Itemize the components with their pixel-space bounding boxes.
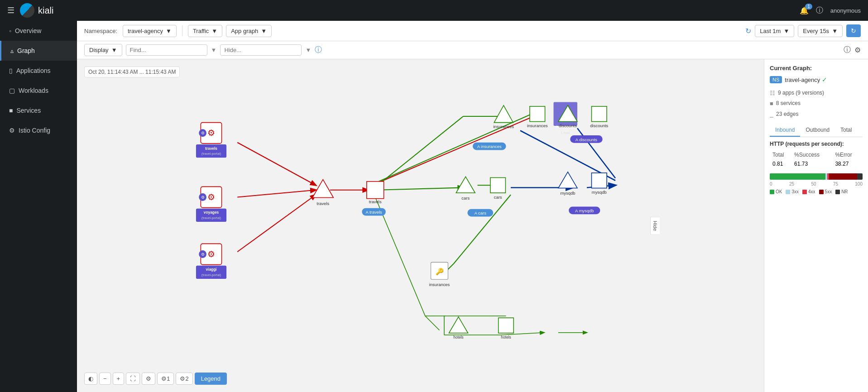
svg-text:discounts: discounts — [590, 123, 608, 128]
svg-text:⚙: ⚙ — [201, 130, 205, 135]
legend-nr-dot — [835, 190, 840, 194]
kiali-logo-text: kiali — [38, 5, 53, 16]
sidebar-item-workloads[interactable]: ▢ Workloads — [0, 81, 77, 100]
fit-btn[interactable]: ⛶ — [126, 373, 140, 385]
bar-ok — [770, 173, 825, 180]
primary-toolbar: Namespace: travel-agency ▼ Traffic ▼ App… — [77, 21, 868, 41]
legend-button[interactable]: Legend — [195, 373, 227, 385]
svg-rect-70 — [490, 177, 506, 193]
svg-text:mysqdb: mysqdb — [560, 191, 575, 196]
zoom-in-btn[interactable]: − — [99, 373, 111, 385]
graph-canvas[interactable]: Oct 20, 11:14:43 AM ... 11:15:43 AM — [77, 59, 764, 392]
http-col-total: Total — [771, 151, 791, 159]
svg-text:voyages: voyages — [204, 210, 219, 215]
find-input[interactable] — [126, 44, 207, 56]
compass-btn[interactable]: ◐ — [84, 373, 97, 385]
legend-4xx-dot — [802, 190, 807, 194]
layout-1-btn[interactable]: ⚙1 — [157, 373, 174, 385]
settings-icon[interactable]: ⚙ — [854, 45, 861, 55]
chevron-down-icon-7: ▼ — [211, 47, 217, 53]
chevron-down-icon-2: ▼ — [211, 28, 217, 34]
kiali-logo-icon — [20, 3, 34, 18]
sidebar-workloads-label: Workloads — [19, 87, 48, 94]
sidebar-graph-label: Graph — [17, 47, 35, 54]
sidebar-item-overview[interactable]: ◦ Overview — [0, 21, 77, 41]
help-icon[interactable]: ⓘ — [816, 6, 823, 15]
svg-text:(travel-portal): (travel-portal) — [201, 273, 221, 277]
namespace-label: Namespace: — [84, 28, 117, 34]
chevron-down-icon-4: ▼ — [783, 28, 789, 34]
stat-services: 8 services — [776, 99, 801, 109]
sidebar-item-istio-config[interactable]: ⚙ Istio Config — [0, 120, 77, 140]
refresh-button[interactable]: ↻ — [846, 24, 861, 37]
svg-text:⚙: ⚙ — [207, 192, 215, 202]
svg-text:mysqdb: mysqdb — [592, 190, 607, 195]
svg-text:🔑: 🔑 — [436, 268, 444, 276]
traffic-dropdown[interactable]: Traffic ▼ — [188, 25, 222, 37]
sidebar-item-services[interactable]: ■ Services — [0, 100, 77, 120]
graph-svg: ⚙ travels (travel-portal) ⚙ ⚙ voyages (t… — [77, 59, 764, 392]
layout-btn[interactable]: ⚙ — [142, 373, 155, 385]
bar-track — [770, 173, 863, 180]
toolbar2-right: ⓘ ⚙ — [844, 45, 861, 55]
user-name: anonymous — [830, 7, 861, 14]
svg-text:cars: cars — [461, 196, 470, 201]
svg-text:travels: travels — [369, 199, 382, 204]
sidebar-applications-label: Applications — [16, 67, 51, 74]
namespace-dropdown[interactable]: travel-agency ▼ — [123, 25, 177, 37]
secondary-toolbar: Display ▼ ▼ ▼ ⓘ ⓘ ⚙ — [77, 41, 868, 59]
refresh-interval-label: Every 15s — [803, 28, 829, 34]
time-range-dropdown[interactable]: Last 1m ▼ — [755, 25, 794, 37]
graph-icon: ▵ — [10, 47, 14, 54]
svg-text:insurances: insurances — [429, 282, 450, 287]
top-navigation: ☰ kiali 🔔 1 ⓘ anonymous — [0, 0, 868, 21]
panel-title: Current Graph: — [770, 65, 863, 72]
right-panel: Current Graph: NS travel-agency ✓ ☷ 9 ap… — [764, 59, 868, 392]
ns-name: travel-agency — [785, 76, 820, 83]
legend-nr: NR — [835, 189, 848, 194]
clock-icon: ↻ — [745, 27, 751, 35]
workloads-icon: ▢ — [9, 87, 15, 94]
graph-area: Oct 20, 11:14:43 AM ... 11:15:43 AM — [77, 59, 868, 392]
apps-icon: ☷ — [770, 88, 775, 98]
svg-text:A cars: A cars — [475, 210, 487, 215]
kiali-logo: kiali — [20, 3, 53, 18]
svg-text:A mysqdb: A mysqdb — [575, 208, 594, 213]
hamburger-icon[interactable]: ☰ — [7, 5, 14, 15]
svg-text:⚙: ⚙ — [201, 252, 205, 257]
hide-input[interactable] — [220, 44, 302, 56]
svg-text:hotels: hotels — [453, 335, 463, 339]
layout-1-badge: 1 — [167, 375, 170, 382]
notification-bell[interactable]: 🔔 1 — [800, 6, 809, 15]
svg-rect-48 — [367, 182, 384, 199]
tab-total[interactable]: Total — [835, 124, 857, 137]
chevron-down-icon: ▼ — [166, 28, 172, 34]
tab-inbound[interactable]: Inbound — [770, 124, 800, 137]
applications-icon: ▯ — [9, 67, 13, 74]
tab-outbound[interactable]: Outbound — [800, 124, 835, 137]
layout-2-btn[interactable]: ⚙2 — [176, 373, 192, 385]
display-dropdown[interactable]: Display ▼ — [84, 44, 122, 56]
toolbar-separator — [182, 25, 182, 36]
svg-text:insurances: insurances — [527, 123, 548, 128]
graph-stats: ☷ 9 apps (9 versions) ■ 8 services ⎯ 23 … — [770, 88, 863, 120]
notification-badge: 1 — [805, 4, 812, 10]
hide-panel-button[interactable]: Hide — [650, 216, 660, 235]
sidebar-item-applications[interactable]: ▯ Applications — [0, 61, 77, 81]
help-graph-icon[interactable]: ⓘ — [844, 45, 851, 55]
sidebar-item-graph[interactable]: ▵ Graph — [0, 41, 77, 61]
stat-edges: 23 edges — [776, 110, 798, 120]
legend-ok: OK — [770, 189, 782, 194]
http-col-success: %Success — [792, 151, 832, 159]
edges-icon: ⎯ — [770, 109, 773, 120]
graph-type-dropdown[interactable]: App graph ▼ — [226, 25, 272, 37]
info-icon[interactable]: ⓘ — [315, 45, 322, 55]
bar-axis: 0 25 50 75 100 — [770, 182, 863, 186]
svg-text:A travels: A travels — [365, 210, 382, 215]
overview-icon: ◦ — [9, 27, 11, 34]
svg-text:1 host: 1 host — [561, 131, 570, 135]
refresh-interval-dropdown[interactable]: Every 15s ▼ — [798, 25, 843, 37]
svg-text:cars: cars — [494, 195, 502, 200]
axis-50: 50 — [811, 182, 816, 186]
zoom-out-btn[interactable]: + — [113, 373, 125, 385]
